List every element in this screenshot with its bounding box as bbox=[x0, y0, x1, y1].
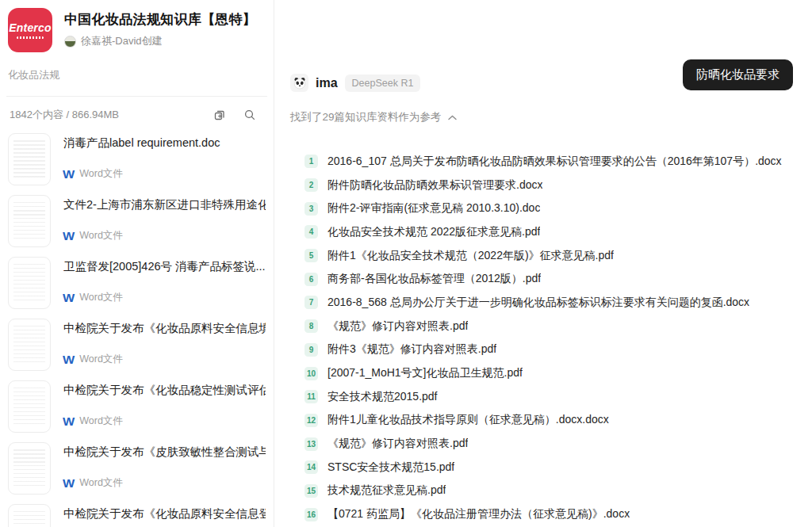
reference-file-name: 安全技术规范2015.pdf bbox=[327, 390, 438, 404]
reference-item[interactable]: 12 附件1儿童化妆品技术指导原则（征求意见稿）.docx.docx bbox=[304, 409, 804, 433]
kb-info: 中国化妆品法规知识库【恩特】 徐嘉祺-David创建 bbox=[64, 8, 256, 48]
reference-number-badge: 1 bbox=[304, 155, 318, 168]
document-list-item[interactable]: 中检院关于发布《皮肤致敏性整合测试与... W Word文件 bbox=[8, 442, 266, 504]
document-list-item[interactable]: 消毒产品label requirement.doc W Word文件 bbox=[8, 133, 266, 195]
assistant-header: ima DeepSeek R1 bbox=[290, 74, 420, 92]
chat-panel: 防晒化妆品要求 ima DeepSeek R1 找到了29篇知识库资料作为参考 bbox=[275, 0, 812, 527]
document-list-item[interactable]: 卫监督发[2005]426号 消毒产品标签说... W Word文件 bbox=[8, 257, 266, 319]
reference-item[interactable]: 2 附件防晒化妆品防晒效果标识管理要求.docx bbox=[304, 174, 804, 197]
user-message-bubble[interactable]: 防晒化妆品要求 bbox=[683, 59, 793, 90]
document-title: 中检院关于发布《化妆品原料安全信息填... bbox=[63, 321, 266, 336]
document-thumbnail bbox=[8, 257, 51, 309]
reference-file-name: 附件3《规范》修订内容对照表.pdf bbox=[327, 342, 496, 357]
word-file-icon: W bbox=[63, 416, 75, 427]
reference-item[interactable]: 13 《规范》修订内容对照表.pdf bbox=[304, 432, 804, 456]
reference-file-name: STSC安全技术规范15.pdf bbox=[327, 460, 454, 475]
reference-file-name: [2007-1_MoH1号文]化妆品卫生规范.pdf bbox=[327, 366, 523, 380]
reference-file-name: 附件1《化妆品安全技术规范（2022年版)》征求意见稿.pdf bbox=[327, 249, 614, 263]
reference-file-name: 2016-6_107 总局关于发布防晒化妆品防晒效果标识管理要求的公告（2016… bbox=[327, 155, 782, 169]
reference-number-badge: 13 bbox=[304, 437, 318, 451]
reference-number-badge: 12 bbox=[304, 414, 318, 427]
reference-number-badge: 14 bbox=[304, 460, 318, 474]
reference-item[interactable]: 7 2016-8_568 总局办公厅关于进一步明确化妆品标签标识标注要求有关问题… bbox=[304, 291, 804, 315]
ima-panda-avatar-icon bbox=[290, 74, 308, 92]
reference-file-name: 《规范》修订内容对照表.pdf bbox=[327, 437, 468, 451]
document-type-label: Word文件 bbox=[79, 353, 123, 366]
word-file-icon: W bbox=[63, 231, 75, 242]
document-thumbnail bbox=[8, 133, 51, 185]
kb-stats-text: 1842个内容 / 866.94MB bbox=[10, 108, 213, 122]
reference-file-name: 附件防晒化妆品防晒效果标识管理要求.docx bbox=[327, 178, 542, 193]
reference-file-name: 【0721 药监局】《化妆品注册管理办法（征求意见稿)》.docx bbox=[327, 507, 630, 521]
document-title: 文件2-上海市浦东新区进口非特殊用途化... bbox=[63, 197, 266, 212]
document-title: 中检院关于发布《皮肤致敏性整合测试与... bbox=[63, 445, 266, 460]
references-toggle[interactable]: 找到了29篇知识库资料作为参考 bbox=[290, 110, 457, 124]
creator-avatar bbox=[64, 36, 76, 48]
reference-item[interactable]: 16 【0721 药监局】《化妆品注册管理办法（征求意见稿)》.docx bbox=[304, 502, 804, 526]
document-type-label: Word文件 bbox=[79, 476, 123, 490]
reference-number-badge: 10 bbox=[304, 367, 318, 380]
document-thumbnail bbox=[8, 442, 51, 495]
model-badge: DeepSeek R1 bbox=[345, 74, 421, 92]
enterco-logo-text: Enterco bbox=[9, 21, 52, 34]
reference-number-badge: 4 bbox=[304, 225, 318, 239]
document-type-row: W Word文件 bbox=[63, 167, 266, 181]
reference-item[interactable]: 5 附件1《化妆品安全技术规范（2022年版)》征求意见稿.pdf bbox=[304, 244, 804, 268]
document-title: 消毒产品label requirement.doc bbox=[63, 136, 266, 151]
document-type-label: Word文件 bbox=[79, 167, 123, 181]
reference-item[interactable]: 6 商务部-各国化妆品标签管理（2012版）.pdf bbox=[304, 267, 804, 291]
document-title: 卫监督发[2005]426号 消毒产品标签说... bbox=[63, 259, 266, 274]
references-toggle-label: 找到了29篇知识库资料作为参考 bbox=[290, 110, 442, 124]
document-title: 中检院关于发布《化妆品稳定性测试评估... bbox=[63, 383, 266, 398]
search-icon[interactable] bbox=[243, 109, 256, 121]
enterco-logo: Enterco bbox=[8, 8, 52, 52]
document-type-row: W Word文件 bbox=[63, 291, 266, 304]
reference-file-name: 附件1儿童化妆品技术指导原则（征求意见稿）.docx.docx bbox=[327, 413, 609, 427]
kb-title: 中国化妆品法规知识库【恩特】 bbox=[64, 10, 256, 29]
reference-number-badge: 9 bbox=[304, 343, 318, 357]
reference-item[interactable]: 14 STSC安全技术规范15.pdf bbox=[304, 456, 804, 479]
document-type-row: W Word文件 bbox=[63, 229, 266, 242]
reference-item[interactable]: 15 技术规范征求意见稿.pdf bbox=[304, 479, 804, 503]
document-thumbnail bbox=[8, 195, 51, 247]
reference-file-name: 附件2-评审指南(征求意见稿 2010.3.10).doc bbox=[327, 201, 540, 216]
import-file-icon[interactable] bbox=[213, 109, 226, 121]
reference-item[interactable]: 10 [2007-1_MoH1号文]化妆品卫生规范.pdf bbox=[304, 361, 804, 385]
reference-item[interactable]: 1 2016-6_107 总局关于发布防晒化妆品防晒效果标识管理要求的公告（20… bbox=[304, 150, 804, 174]
reference-number-badge: 8 bbox=[304, 319, 318, 333]
reference-number-badge: 3 bbox=[304, 202, 318, 216]
reference-number-badge: 5 bbox=[304, 249, 318, 262]
app-window: Enterco 中国化妆品法规知识库【恩特】 徐嘉祺-David创建 化妆品法规… bbox=[0, 0, 812, 527]
document-thumbnail bbox=[8, 319, 51, 371]
reference-file-name: 技术规范征求意见稿.pdf bbox=[327, 483, 446, 498]
document-type-label: Word文件 bbox=[79, 291, 123, 304]
document-list-item[interactable]: 中检院关于发布《化妆品稳定性测试评估... W Word文件 bbox=[8, 380, 266, 442]
document-type-row: W Word文件 bbox=[63, 353, 266, 366]
document-type-label: Word文件 bbox=[79, 229, 123, 242]
enterco-logo-tagline bbox=[17, 36, 44, 39]
document-list-item[interactable]: 文件2-上海市浦东新区进口非特殊用途化... W Word文件 bbox=[8, 195, 266, 257]
document-thumbnail bbox=[8, 504, 51, 527]
reference-list: 1 2016-6_107 总局关于发布防晒化妆品防晒效果标识管理要求的公告（20… bbox=[304, 150, 804, 526]
document-type-row: W Word文件 bbox=[63, 476, 266, 490]
reference-item[interactable]: 3 附件2-评审指南(征求意见稿 2010.3.10).doc bbox=[304, 197, 804, 220]
document-thumbnail bbox=[8, 380, 51, 433]
word-file-icon: W bbox=[63, 292, 75, 304]
reference-item[interactable]: 4 化妆品安全技术规范 2022版征求意见稿.pdf bbox=[304, 220, 804, 244]
kb-category-label: 化妆品法规 bbox=[8, 68, 266, 82]
kb-header: Enterco 中国化妆品法规知识库【恩特】 徐嘉祺-David创建 bbox=[8, 8, 266, 52]
document-list-item[interactable]: 中检院关于发布《化妆品原料安全信息填... W Word文件 bbox=[8, 319, 266, 380]
reference-number-badge: 6 bbox=[304, 273, 318, 286]
document-list-item[interactable]: 中检院关于发布《化妆品原料安全信息登... W Word文件 bbox=[8, 504, 266, 527]
sidebar-divider bbox=[6, 96, 267, 97]
reference-file-name: 2016-8_568 总局办公厅关于进一步明确化妆品标签标识标注要求有关问题的复… bbox=[327, 296, 749, 310]
reference-item[interactable]: 9 附件3《规范》修订内容对照表.pdf bbox=[304, 338, 804, 362]
reference-item[interactable]: 11 安全技术规范2015.pdf bbox=[304, 385, 804, 409]
kb-creator-row: 徐嘉祺-David创建 bbox=[64, 34, 256, 48]
reference-file-name: 商务部-各国化妆品标签管理（2012版）.pdf bbox=[327, 272, 541, 286]
reference-file-name: 《规范》修订内容对照表.pdf bbox=[327, 319, 468, 334]
reference-number-badge: 16 bbox=[304, 508, 318, 521]
reference-item[interactable]: 8 《规范》修订内容对照表.pdf bbox=[304, 315, 804, 338]
word-file-icon: W bbox=[63, 354, 75, 365]
reference-number-badge: 7 bbox=[304, 296, 318, 309]
